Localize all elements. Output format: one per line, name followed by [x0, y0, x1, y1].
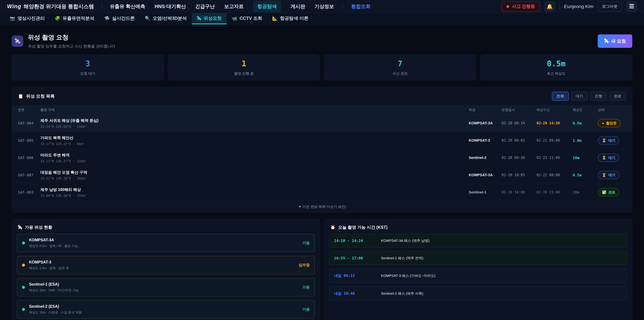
app-title: 해양환경 위기대응 통합시스템 — [24, 3, 94, 10]
main-menu-item[interactable]: HNS·대기확산 — [155, 3, 186, 10]
satellite-name: KOMPSAT-3 — [469, 138, 495, 143]
status-icon: ⏳ — [602, 138, 606, 142]
section-tabs: 📷 영상사진관리 🧩 유출유면적분석 🛸 실시간드론 🔍 오염/선박3D분석 🛰… — [0, 13, 644, 25]
satellite-info: KOMPSAT-3A 해상도 0.5m · 광학 / IR · 촬영 가능 — [29, 238, 298, 248]
satellite-info: KOMPSAT-3 해상도 1.0m · 광학 · 임무 중 — [29, 260, 295, 270]
satellite-icon: 🛰 — [12, 36, 23, 47]
satellite-spec: 해상도 10m · 다분광 · 수질 분석 적합 — [29, 310, 298, 315]
col-expected: 예상수신 — [536, 108, 566, 112]
pass-description: Sentinel-1 패스 (제주 전역) — [381, 256, 423, 260]
requested-datetime: 02-20 09:02 — [502, 138, 530, 142]
satellite-card[interactable]: Sentinel-1 (ESA) 해상도 20m · SAR · 야간/우천 가… — [17, 278, 315, 296]
main-menu-item[interactable]: 유출유 확산예측 — [110, 3, 145, 10]
section-tab[interactable]: 🛸 실시간드론 — [99, 13, 140, 24]
table-row[interactable]: SAT-005 가파도 북쪽 해안선 33.17°N 126.27°E · 8k… — [12, 132, 632, 149]
satellite-card[interactable]: KOMPSAT-3A 해상도 0.5m · 광학 / IR · 촬영 가능 가용 — [17, 234, 315, 252]
pass-window-card[interactable]: 내일 10:40 Sentinel-2 패스 (제주 서측) — [329, 286, 627, 300]
new-request-button[interactable]: 🛰 새 요청 — [598, 34, 632, 48]
pass-window-card[interactable]: 14:10 - 14:24 KOMPSAT-3A 패스 (제주 남방) — [329, 234, 627, 247]
load-more-completed[interactable]: ▼ 이전 완료 목록 더보기 (6건) — [12, 201, 632, 212]
page-subtitle: 위성 촬영 임무를 요청하고 수신 현황을 관리합니다 — [28, 44, 598, 49]
page-title: 위성 촬영 요청 — [28, 33, 598, 42]
satellite-card[interactable]: KOMPSAT-3 해상도 1.0m · 광학 · 임무 중 임무중 — [17, 256, 315, 274]
notifications-button[interactable]: 🔔 — [544, 1, 555, 12]
top-navigation: Wing 해양환경 위기대응 통합시스템 유출유 확산예측 HNS·대기확산 긴… — [0, 0, 644, 13]
section-tab[interactable]: 🛰 위성요청 — [192, 13, 227, 24]
table-row[interactable]: SAT-004 제주 서귀포 해상 (유출 해역 중심) 33.24°N 126… — [12, 114, 632, 132]
main-menu: 유출유 확산예측 HNS·대기확산 긴급구난 보고자료 항공탐색 게시판 기상정… — [110, 1, 502, 13]
panel-title: 🛰 가용 위성 현황 — [12, 219, 320, 234]
satellite-name: Sentinel-1 — [469, 190, 495, 194]
user-name: Eunjeong Kim — [564, 4, 593, 9]
stat-value: 0.5m — [482, 59, 630, 68]
incident-label: 사고 진행중 — [512, 4, 535, 10]
resolution-value: 10m — [573, 156, 592, 160]
clipboard-icon: 📋 — [18, 94, 23, 99]
expected-datetime: 02-20 14:30 — [536, 121, 566, 125]
stats-row: 3 요청 대기 1 촬영 진행 중 7 수신 완료 0.5m 최고 해상도 — [12, 55, 632, 80]
section-tab[interactable]: 📹 CCTV 조회 — [227, 13, 267, 24]
pass-description: Sentinel-2 패스 (제주 서측) — [381, 291, 423, 296]
new-request-label: 새 요청 — [611, 38, 626, 44]
request-area: 대정읍 해안 오염 확산 구역 33.21°N 126.10°E · 20km² — [40, 170, 462, 180]
main-menu-item[interactable]: 게시판 — [291, 3, 305, 10]
col-no: 번호 — [18, 108, 34, 112]
main-menu-item[interactable]: 항공탐색 — [253, 1, 281, 13]
hamburger-icon: ☰ — [629, 3, 634, 10]
status-badge: ● 촬영중 — [598, 119, 621, 127]
satellite-icon: 🛰 — [18, 225, 22, 230]
satellite-card[interactable]: Sentinel-2 (ESA) 해상도 10m · 다분광 · 수질 분석 적… — [17, 300, 315, 319]
area-coordinates: 33.17°N 126.27°E · 8km² — [40, 142, 462, 146]
divider — [102, 3, 102, 10]
area-coordinates: 33.00°N 126.50°E · 25km² — [40, 194, 462, 197]
satellite-request-list-panel: 📋 위성 요청 목록 전체 대기 진행 완료 번호 촬영 구역 위성 요청일시 … — [12, 87, 632, 213]
tab-icon: 🛸 — [104, 16, 110, 21]
expected-datetime: 02-21 11:00 — [536, 156, 566, 160]
status-label: 완료 — [608, 190, 615, 195]
col-area: 촬영 구역 — [40, 108, 462, 112]
alarm-clock-icon: ⏰ — [330, 225, 336, 230]
table-row[interactable]: SAT-003 제주 남방 100해리 해상 33.00°N 126.50°E … — [12, 184, 632, 201]
availability-label: 가용 — [302, 307, 310, 312]
pass-window-card[interactable]: 내일 09:12 KOMPSAT-3 패스 (가파도~마라도) — [329, 269, 627, 283]
satellite-icon: 🛰 — [604, 39, 608, 44]
expected-datetime: 02-21 09:00 — [536, 138, 566, 142]
table-row[interactable]: SAT-007 대정읍 해안 오염 확산 구역 33.21°N 126.10°E… — [12, 166, 632, 184]
col-status: 상태 — [598, 108, 626, 112]
section-tab[interactable]: 🧩 유출유면적분석 — [50, 13, 99, 24]
filter-chip[interactable]: 완료 — [609, 92, 626, 101]
section-tab[interactable]: 🔍 오염/선박3D분석 — [140, 13, 192, 24]
status-icon: ⏳ — [602, 156, 606, 160]
request-area: 가파도 북쪽 해안선 33.17°N 126.27°E · 8km² — [40, 135, 462, 146]
area-coordinates: 33.21°N 126.10°E · 20km² — [40, 177, 462, 180]
stat-card: 1 촬영 진행 중 — [168, 55, 320, 80]
filter-chip[interactable]: 전체 — [552, 92, 569, 101]
satellite-list: KOMPSAT-3A 해상도 0.5m · 광학 / IR · 촬영 가능 가용… — [12, 234, 320, 320]
page-header: 🛰 위성 촬영 요청 위성 촬영 임무를 요청하고 수신 현황을 관리합니다 🛰… — [12, 33, 632, 49]
logout-button[interactable]: 로그아웃 — [598, 2, 622, 12]
table-row[interactable]: SAT-006 마라도 주변 해역 33.11°N 126.27°E · 12k… — [12, 149, 632, 166]
status-cell: ● 촬영중 — [598, 119, 626, 127]
main-menu-item[interactable]: 기상정보 — [314, 3, 334, 10]
satellite-spec: 해상도 0.5m · 광학 / IR · 촬영 가능 — [29, 244, 298, 248]
incident-status-badge[interactable]: 사고 진행중 — [502, 1, 540, 12]
status-label: 촬영중 — [606, 121, 617, 126]
tab-icon: 📐 — [272, 16, 278, 21]
pass-window-card[interactable]: 16:55 - 17:08 Sentinel-1 패스 (제주 전역) — [329, 251, 627, 265]
stat-card: 0.5m 최고 해상도 — [480, 55, 632, 80]
hamburger-menu-button[interactable]: ☰ — [626, 1, 637, 12]
request-id: SAT-003 — [18, 190, 34, 194]
resolution-value: 1.0m — [573, 138, 592, 143]
main-menu-item[interactable]: 통합조회 — [342, 3, 371, 10]
filter-chip[interactable]: 진행 — [590, 92, 607, 101]
tab-label: 영상사진관리 — [18, 15, 44, 21]
section-tab[interactable]: 📐 항공탐색 이론 — [267, 13, 314, 24]
status-cell: ⏳ 대기 — [598, 154, 626, 162]
expected-datetime: 02-19 23:00 — [536, 190, 566, 194]
filter-chip[interactable]: 대기 — [571, 92, 588, 101]
section-tab[interactable]: 📷 영상사진관리 — [5, 13, 50, 24]
main-menu-item[interactable]: 보고자료 — [224, 3, 244, 10]
tab-icon: 📹 — [232, 16, 237, 21]
main-menu-item[interactable]: 긴급구난 — [196, 3, 215, 10]
tab-label: 항공탐색 이론 — [280, 15, 308, 21]
